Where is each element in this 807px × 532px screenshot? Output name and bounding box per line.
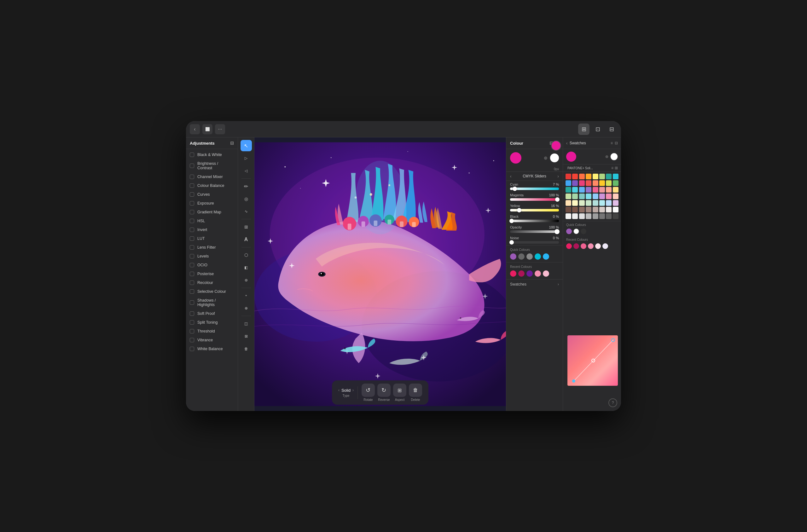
adj-checkbox-sc[interactable]	[190, 289, 194, 294]
adj-checkbox-sh[interactable]	[190, 300, 194, 305]
swatch-cell-26[interactable]	[579, 193, 585, 199]
swatch-cell-54[interactable]	[606, 213, 612, 219]
swatches-list-icon[interactable]: ≡	[611, 141, 613, 145]
quick-dot-4[interactable]	[534, 253, 541, 260]
sliders-prev-arrow[interactable]: ‹	[510, 174, 512, 179]
tool-trash[interactable]: 🗑	[241, 343, 252, 355]
swatch-cell-30[interactable]	[606, 193, 612, 199]
adj-item-bc[interactable]: Brightness / Contrast	[186, 159, 238, 172]
adj-checkbox-lut[interactable]	[190, 236, 194, 241]
rotate-button[interactable]: ↺	[361, 383, 375, 397]
swatch-cell-0[interactable]	[565, 174, 571, 179]
swatch-cell-10[interactable]	[579, 180, 585, 186]
adj-item-posterise[interactable]: Posterise	[186, 269, 238, 278]
adjustments-settings-icon[interactable]: ⊟	[230, 140, 234, 146]
swatch-cell-35[interactable]	[586, 200, 592, 206]
swatch-cell-9[interactable]	[572, 180, 578, 186]
tool-misc1[interactable]: ◫	[241, 318, 252, 329]
swatches-white-swatch[interactable]	[610, 153, 618, 160]
swatch-cell-46[interactable]	[606, 207, 612, 212]
tool-shape[interactable]: ◧	[241, 262, 252, 273]
adj-item-ocio[interactable]: OCIO	[186, 261, 238, 269]
swatch-cell-50[interactable]	[579, 213, 585, 219]
sp-eyedropper-icon[interactable]: ⊛	[605, 154, 608, 159]
adj-item-levels[interactable]: Levels	[186, 252, 238, 261]
swatch-cell-16[interactable]	[565, 187, 571, 193]
tool-crop[interactable]: ⊞	[241, 221, 252, 233]
swatch-cell-27[interactable]	[586, 193, 592, 199]
sliders-next-arrow[interactable]: ›	[557, 174, 559, 179]
swatch-cell-1[interactable]	[572, 174, 578, 179]
tool-text[interactable]: A	[241, 234, 252, 245]
aspect-button[interactable]: ⊞	[393, 383, 406, 397]
adj-item-bw[interactable]: Black & White	[186, 150, 238, 159]
sp-quick-dot-2[interactable]	[574, 228, 579, 234]
adj-checkbox-cb[interactable]	[190, 184, 194, 188]
swatches-link[interactable]: Swatches ›	[506, 279, 563, 289]
swatch-cell-41[interactable]	[572, 207, 578, 212]
sp-recent-dot-6[interactable]	[602, 243, 608, 249]
eyedropper-icon[interactable]: ⊛	[544, 155, 548, 160]
swatch-cell-55[interactable]	[613, 213, 619, 219]
noise-track[interactable]	[510, 241, 559, 244]
tool-fill[interactable]: ⬡	[241, 249, 252, 261]
adj-item-cm[interactable]: Channel Mixer	[186, 172, 238, 181]
toolbar-rotate[interactable]: ↺ Rotate	[361, 383, 375, 401]
adj-checkbox-wb[interactable]	[190, 347, 194, 351]
swatch-cell-23[interactable]	[613, 187, 619, 193]
adj-item-sp[interactable]: Soft Proof	[186, 309, 238, 318]
swatches-main-swatch[interactable]	[566, 152, 576, 162]
swatch-cell-53[interactable]	[599, 213, 605, 219]
adj-checkbox-bw[interactable]	[190, 153, 194, 157]
swatch-cell-4[interactable]	[593, 174, 598, 179]
swatch-cell-11[interactable]	[586, 180, 592, 186]
tool-transform[interactable]: ◁	[241, 165, 252, 176]
adj-checkbox-st[interactable]	[190, 320, 194, 325]
swatch-cell-14[interactable]	[606, 180, 612, 186]
adj-checkbox-gm[interactable]	[190, 210, 194, 214]
adj-checkbox-bc[interactable]	[190, 164, 194, 168]
swatch-cell-7[interactable]	[613, 174, 619, 179]
cyan-track[interactable]	[510, 188, 559, 190]
sp-recent-dot-2[interactable]	[574, 243, 579, 249]
recent-dot-3[interactable]	[526, 270, 533, 277]
yellow-track[interactable]	[510, 209, 559, 211]
tool-select-button[interactable]: ⊞	[578, 124, 589, 135]
swatch-cell-36[interactable]	[593, 200, 598, 206]
swatch-cell-31[interactable]	[613, 193, 619, 199]
swatches-back-arrow[interactable]: ‹	[566, 140, 568, 146]
adj-item-invert[interactable]: Invert	[186, 225, 238, 234]
adj-checkbox-hsl[interactable]	[190, 219, 194, 223]
secondary-colour-swatch[interactable]	[550, 153, 559, 162]
quick-dot-1[interactable]	[510, 253, 517, 260]
swatch-cell-3[interactable]	[586, 174, 592, 179]
type-next-arrow[interactable]: ›	[353, 388, 354, 392]
swatch-cell-52[interactable]	[593, 213, 598, 219]
delete-button[interactable]: 🗑	[409, 383, 422, 397]
type-prev-arrow[interactable]: ‹	[338, 388, 339, 392]
tool-misc2[interactable]: ⊠	[241, 330, 252, 342]
swatches-settings-icon[interactable]: ⊟	[615, 141, 618, 145]
primary-colour-swatch[interactable]	[510, 152, 521, 164]
swatch-cell-8[interactable]	[565, 180, 571, 186]
tool-clone[interactable]: ⊕	[241, 303, 252, 314]
swatch-cell-28[interactable]	[593, 193, 598, 199]
black-thumb[interactable]	[509, 219, 514, 223]
swatch-cell-43[interactable]	[586, 207, 592, 212]
tool-grid-button[interactable]: ⊡	[592, 124, 603, 135]
adj-checkbox-posterise[interactable]	[190, 272, 194, 276]
toolbar-type[interactable]: ‹ Solid › Type	[338, 388, 354, 397]
active-colour-indicator[interactable]	[551, 140, 561, 151]
adj-item-curves[interactable]: Curves	[186, 190, 238, 199]
swatch-cell-39[interactable]	[613, 200, 619, 206]
adj-checkbox-vibrance[interactable]	[190, 338, 194, 342]
swatch-cell-47[interactable]	[613, 207, 619, 212]
adj-item-st[interactable]: Split Toning	[186, 318, 238, 327]
recent-dot-1[interactable]	[510, 270, 517, 277]
adj-item-wb[interactable]: White Balance	[186, 344, 238, 353]
back-button[interactable]: ‹	[190, 124, 200, 134]
noise-thumb[interactable]	[509, 240, 514, 245]
swatch-cell-5[interactable]	[599, 174, 605, 179]
adj-item-lf[interactable]: Lens Filter	[186, 243, 238, 252]
quick-dot-3[interactable]	[526, 253, 533, 260]
